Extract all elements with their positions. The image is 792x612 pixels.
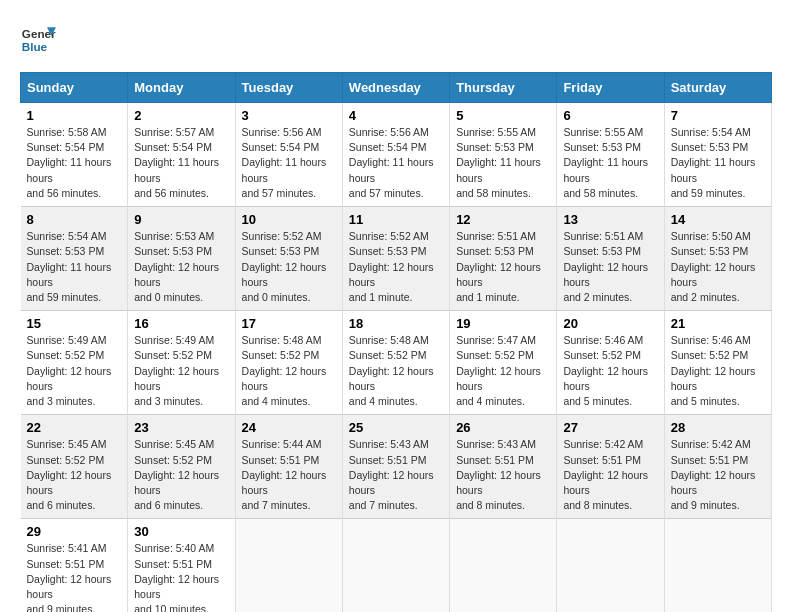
day-number: 1 (27, 108, 122, 123)
day-number: 11 (349, 212, 443, 227)
calendar-cell: 12Sunrise: 5:51 AMSunset: 5:53 PMDayligh… (450, 207, 557, 311)
calendar-cell: 13Sunrise: 5:51 AMSunset: 5:53 PMDayligh… (557, 207, 664, 311)
day-info: Sunrise: 5:40 AMSunset: 5:51 PMDaylight:… (134, 541, 228, 612)
day-number: 23 (134, 420, 228, 435)
day-number: 16 (134, 316, 228, 331)
logo: General Blue (20, 20, 62, 56)
calendar-week-row: 29Sunrise: 5:41 AMSunset: 5:51 PMDayligh… (21, 519, 772, 612)
day-info: Sunrise: 5:43 AMSunset: 5:51 PMDaylight:… (349, 437, 443, 513)
day-info: Sunrise: 5:47 AMSunset: 5:52 PMDaylight:… (456, 333, 550, 409)
header-sunday: Sunday (21, 73, 128, 103)
calendar-cell: 24Sunrise: 5:44 AMSunset: 5:51 PMDayligh… (235, 415, 342, 519)
day-number: 25 (349, 420, 443, 435)
svg-text:Blue: Blue (22, 40, 48, 53)
day-info: Sunrise: 5:54 AMSunset: 5:53 PMDaylight:… (27, 229, 122, 305)
day-number: 24 (242, 420, 336, 435)
calendar-cell: 17Sunrise: 5:48 AMSunset: 5:52 PMDayligh… (235, 311, 342, 415)
calendar-table: SundayMondayTuesdayWednesdayThursdayFrid… (20, 72, 772, 612)
day-info: Sunrise: 5:51 AMSunset: 5:53 PMDaylight:… (563, 229, 657, 305)
day-info: Sunrise: 5:57 AMSunset: 5:54 PMDaylight:… (134, 125, 228, 201)
day-info: Sunrise: 5:55 AMSunset: 5:53 PMDaylight:… (563, 125, 657, 201)
day-number: 4 (349, 108, 443, 123)
calendar-week-row: 15Sunrise: 5:49 AMSunset: 5:52 PMDayligh… (21, 311, 772, 415)
calendar-cell: 28Sunrise: 5:42 AMSunset: 5:51 PMDayligh… (664, 415, 771, 519)
day-info: Sunrise: 5:50 AMSunset: 5:53 PMDaylight:… (671, 229, 765, 305)
day-number: 18 (349, 316, 443, 331)
day-number: 21 (671, 316, 765, 331)
calendar-cell: 9Sunrise: 5:53 AMSunset: 5:53 PMDaylight… (128, 207, 235, 311)
calendar-cell (450, 519, 557, 612)
day-number: 12 (456, 212, 550, 227)
day-number: 5 (456, 108, 550, 123)
day-number: 27 (563, 420, 657, 435)
day-info: Sunrise: 5:42 AMSunset: 5:51 PMDaylight:… (563, 437, 657, 513)
day-info: Sunrise: 5:53 AMSunset: 5:53 PMDaylight:… (134, 229, 228, 305)
day-number: 29 (27, 524, 122, 539)
day-number: 2 (134, 108, 228, 123)
calendar-cell: 6Sunrise: 5:55 AMSunset: 5:53 PMDaylight… (557, 103, 664, 207)
day-number: 7 (671, 108, 765, 123)
calendar-week-row: 8Sunrise: 5:54 AMSunset: 5:53 PMDaylight… (21, 207, 772, 311)
day-info: Sunrise: 5:58 AMSunset: 5:54 PMDaylight:… (27, 125, 122, 201)
calendar-cell: 3Sunrise: 5:56 AMSunset: 5:54 PMDaylight… (235, 103, 342, 207)
day-info: Sunrise: 5:44 AMSunset: 5:51 PMDaylight:… (242, 437, 336, 513)
calendar-cell: 14Sunrise: 5:50 AMSunset: 5:53 PMDayligh… (664, 207, 771, 311)
header-wednesday: Wednesday (342, 73, 449, 103)
header-tuesday: Tuesday (235, 73, 342, 103)
day-info: Sunrise: 5:49 AMSunset: 5:52 PMDaylight:… (27, 333, 122, 409)
calendar-cell: 30Sunrise: 5:40 AMSunset: 5:51 PMDayligh… (128, 519, 235, 612)
calendar-cell: 11Sunrise: 5:52 AMSunset: 5:53 PMDayligh… (342, 207, 449, 311)
day-number: 10 (242, 212, 336, 227)
day-number: 14 (671, 212, 765, 227)
calendar-cell: 29Sunrise: 5:41 AMSunset: 5:51 PMDayligh… (21, 519, 128, 612)
day-number: 28 (671, 420, 765, 435)
header-saturday: Saturday (664, 73, 771, 103)
day-info: Sunrise: 5:54 AMSunset: 5:53 PMDaylight:… (671, 125, 765, 201)
day-number: 30 (134, 524, 228, 539)
day-info: Sunrise: 5:51 AMSunset: 5:53 PMDaylight:… (456, 229, 550, 305)
day-info: Sunrise: 5:45 AMSunset: 5:52 PMDaylight:… (134, 437, 228, 513)
day-number: 9 (134, 212, 228, 227)
day-number: 20 (563, 316, 657, 331)
day-info: Sunrise: 5:52 AMSunset: 5:53 PMDaylight:… (242, 229, 336, 305)
day-info: Sunrise: 5:52 AMSunset: 5:53 PMDaylight:… (349, 229, 443, 305)
day-number: 17 (242, 316, 336, 331)
day-info: Sunrise: 5:45 AMSunset: 5:52 PMDaylight:… (27, 437, 122, 513)
day-info: Sunrise: 5:48 AMSunset: 5:52 PMDaylight:… (242, 333, 336, 409)
day-number: 19 (456, 316, 550, 331)
calendar-cell: 15Sunrise: 5:49 AMSunset: 5:52 PMDayligh… (21, 311, 128, 415)
calendar-cell: 8Sunrise: 5:54 AMSunset: 5:53 PMDaylight… (21, 207, 128, 311)
header-thursday: Thursday (450, 73, 557, 103)
calendar-cell (664, 519, 771, 612)
calendar-week-row: 22Sunrise: 5:45 AMSunset: 5:52 PMDayligh… (21, 415, 772, 519)
calendar-cell (342, 519, 449, 612)
calendar-cell: 19Sunrise: 5:47 AMSunset: 5:52 PMDayligh… (450, 311, 557, 415)
day-number: 8 (27, 212, 122, 227)
day-info: Sunrise: 5:56 AMSunset: 5:54 PMDaylight:… (242, 125, 336, 201)
day-info: Sunrise: 5:46 AMSunset: 5:52 PMDaylight:… (563, 333, 657, 409)
header-monday: Monday (128, 73, 235, 103)
calendar-cell: 7Sunrise: 5:54 AMSunset: 5:53 PMDaylight… (664, 103, 771, 207)
day-info: Sunrise: 5:49 AMSunset: 5:52 PMDaylight:… (134, 333, 228, 409)
day-info: Sunrise: 5:41 AMSunset: 5:51 PMDaylight:… (27, 541, 122, 612)
calendar-cell: 1Sunrise: 5:58 AMSunset: 5:54 PMDaylight… (21, 103, 128, 207)
logo-icon: General Blue (20, 20, 56, 56)
page-header: General Blue (20, 20, 772, 56)
day-number: 13 (563, 212, 657, 227)
calendar-cell: 22Sunrise: 5:45 AMSunset: 5:52 PMDayligh… (21, 415, 128, 519)
day-info: Sunrise: 5:46 AMSunset: 5:52 PMDaylight:… (671, 333, 765, 409)
day-info: Sunrise: 5:43 AMSunset: 5:51 PMDaylight:… (456, 437, 550, 513)
calendar-cell: 16Sunrise: 5:49 AMSunset: 5:52 PMDayligh… (128, 311, 235, 415)
day-info: Sunrise: 5:56 AMSunset: 5:54 PMDaylight:… (349, 125, 443, 201)
calendar-header-row: SundayMondayTuesdayWednesdayThursdayFrid… (21, 73, 772, 103)
calendar-cell: 18Sunrise: 5:48 AMSunset: 5:52 PMDayligh… (342, 311, 449, 415)
calendar-cell: 2Sunrise: 5:57 AMSunset: 5:54 PMDaylight… (128, 103, 235, 207)
calendar-cell: 4Sunrise: 5:56 AMSunset: 5:54 PMDaylight… (342, 103, 449, 207)
calendar-cell: 21Sunrise: 5:46 AMSunset: 5:52 PMDayligh… (664, 311, 771, 415)
day-number: 6 (563, 108, 657, 123)
calendar-cell: 27Sunrise: 5:42 AMSunset: 5:51 PMDayligh… (557, 415, 664, 519)
day-info: Sunrise: 5:55 AMSunset: 5:53 PMDaylight:… (456, 125, 550, 201)
day-number: 3 (242, 108, 336, 123)
day-info: Sunrise: 5:42 AMSunset: 5:51 PMDaylight:… (671, 437, 765, 513)
calendar-cell: 23Sunrise: 5:45 AMSunset: 5:52 PMDayligh… (128, 415, 235, 519)
